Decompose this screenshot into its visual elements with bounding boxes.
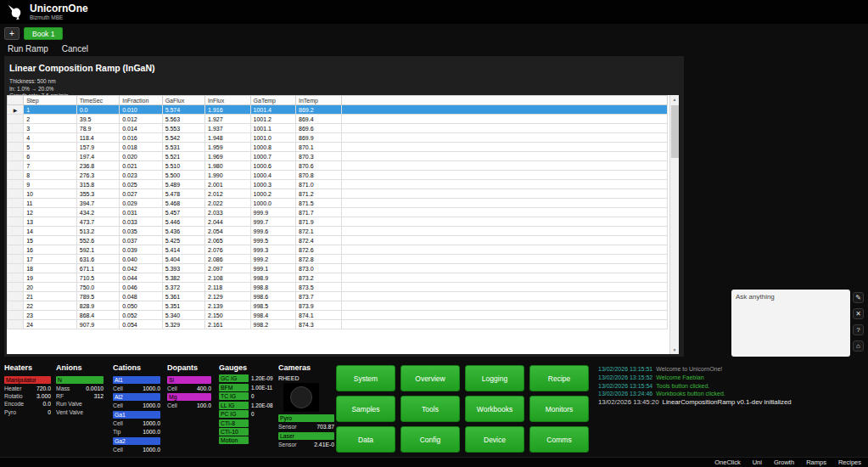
dopants-section: Dopants SiCell400.0MgCell100.0 [167,363,211,410]
nav-button-workbooks[interactable]: Workbooks [465,396,524,422]
table-row[interactable]: 22828.90.0505.3512.139998.5873.9 [8,301,668,311]
metric-row: Tip1000.0 [113,428,160,436]
table-row[interactable]: 239.50.0125.5631.9271001.2869.4 [8,115,668,124]
unicorn-logo-icon [7,3,24,20]
nav-button-comms[interactable]: Comms [529,426,589,453]
table-row[interactable]: 21789.50.0485.3612.129998.6873.7 [8,292,668,301]
cation-source-label[interactable]: Ga1 [113,411,160,419]
column-header[interactable]: GaTemp [250,96,295,105]
nav-button-data[interactable]: Data [336,426,395,453]
table-row[interactable]: 7236.80.0215.5101.9801000.6870.6 [8,161,668,171]
status-link-uni[interactable]: Uni [753,459,762,466]
column-header[interactable]: InFlux [205,96,250,105]
table-row[interactable]: 20750.00.0465.3722.118998.8873.5 [8,283,668,292]
table-row[interactable]: 12434.20.0315.4572.033999.9871.7 [8,208,668,217]
chat-input[interactable]: Ask anything [731,290,850,357]
cation-source-label[interactable]: Ga2 [113,437,160,445]
add-tab-button[interactable]: + [4,27,20,40]
table-row[interactable]: 19710.50.0445.3822.108998.9873.2 [8,273,668,283]
nav-button-monitors[interactable]: Monitors [529,396,589,422]
status-link-oneclick[interactable]: OneClick [714,459,740,466]
column-header[interactable]: Step [24,96,77,105]
column-header[interactable]: TimeSec [76,96,119,105]
ramp-table-container: StepTimeSecInFractionGaFluxInFluxGaTempI… [7,95,679,354]
table-row[interactable]: 15552.60.0375.4252.065999.5872.4 [8,236,668,245]
table-row[interactable]: 17631.60.0405.4042.086999.2872.8 [8,255,668,264]
table-row[interactable]: 378.90.0145.5531.9371001.1869.6 [8,124,668,133]
menu-cancel[interactable]: Cancel [62,44,88,53]
status-link-recipes[interactable]: Recipes [838,459,861,466]
table-row[interactable]: 6197.40.0205.5211.9691000.7870.3 [8,152,668,161]
nav-button-samples[interactable]: Samples [336,396,395,422]
status-link-growth[interactable]: Growth [774,459,794,466]
column-header[interactable]: InFraction [120,96,162,105]
nav-button-tools[interactable]: Tools [400,396,460,422]
camera-source-label[interactable]: Laser [278,432,334,440]
table-row[interactable]: 24907.90.0545.3292.161998.2874.3 [8,320,668,329]
metric-row: Mass0.0010 [56,385,104,392]
help-search-icon[interactable]: ? [853,324,864,335]
table-row[interactable]: 16592.10.0395.4142.076999.3872.6 [8,245,668,255]
nav-button-device[interactable]: Device [465,426,524,453]
cation-source-label[interactable]: Al1 [113,376,160,384]
gauge-row[interactable]: GC IG1.20E-09 [219,374,276,382]
ramp-in-range: In: 1.0% → 20.0% [9,86,684,93]
home-icon[interactable]: ⌂ [853,340,864,352]
table-row[interactable]: 23868.40.0525.3402.150998.4874.1 [8,311,668,320]
gauge-row[interactable]: PC IG0 [219,410,276,418]
tab-book-1[interactable]: Book 1 [24,27,63,40]
scrollbar-thumb[interactable] [671,105,679,158]
metric-row: RF312 [56,392,104,400]
table-row[interactable]: 18671.10.0425.3932.097999.1873.0 [8,264,668,273]
table-row[interactable]: 13473.70.0335.4462.044999.7871.9 [8,217,668,227]
table-row[interactable]: 14513.20.0355.4362.054999.6872.1 [8,227,668,236]
menu-run-ramp[interactable]: Run Ramp [8,44,48,53]
table-scrollbar[interactable]: ▲ ▼ [669,95,679,354]
ramp-table[interactable]: StepTimeSecInFractionGaFluxInFluxGaTempI… [7,95,668,329]
dopants-title: Dopants [167,363,211,374]
dopant-source-label[interactable]: Mg [167,393,211,401]
table-row[interactable]: 4118.40.0165.5421.9481001.0869.9 [8,133,668,143]
log-entry: 13/02/2026 13:15:54Tools button clicked. [598,382,865,391]
nitrogen-source-label[interactable]: N [56,376,104,384]
metric-row: Sensor2.41E-0 [278,441,334,448]
status-link-ramps[interactable]: Ramps [806,459,826,466]
close-icon[interactable]: ✕ [853,308,864,319]
cations-rows: Al1Cell1000.0Al2Cell1000.0Ga1Cell1000.0T… [113,376,160,453]
table-row[interactable]: 11394.70.0295.4682.0221000.0871.5 [8,199,668,208]
nav-button-overview[interactable]: Overview [400,365,460,391]
table-row[interactable]: 9315.80.0255.4892.0011000.3871.0 [8,180,668,189]
table-row[interactable]: 8276.30.0235.5001.9901000.4870.8 [8,171,668,180]
metric-row: Rotatio3.000 [4,392,51,400]
gauge-row[interactable]: Motion [219,436,276,444]
cation-source-label[interactable]: Al2 [113,393,160,401]
manipulator-label[interactable]: Manipulator [4,376,51,384]
edit-icon[interactable]: ✎ [853,292,864,303]
nav-button-system[interactable]: System [336,365,395,391]
cameras-title: Cameras [278,363,334,374]
nav-button-config[interactable]: Config [400,426,460,453]
dopants-rows: SiCell400.0MgCell100.0 [167,376,211,410]
anions-rows: Mass0.0010RF312Run ValveVent Valve [56,385,104,417]
scroll-up-icon[interactable]: ▲ [670,95,679,104]
gauge-row[interactable]: TC IG0 [219,392,276,400]
camera-source-label[interactable]: Pyro [278,414,334,422]
nav-button-recipe[interactable]: Recipe [529,365,589,391]
scroll-down-icon[interactable]: ▼ [670,346,679,354]
table-row[interactable]: 10355.30.0275.4782.0121000.2871.2 [8,189,668,199]
heaters-title: Heaters [4,363,51,374]
gauge-row[interactable]: BFM1.00E-11 [219,383,276,391]
gauge-row[interactable]: CTI-8 [219,419,276,426]
table-row[interactable]: 5157.90.0185.5311.9591000.8870.1 [8,143,668,152]
gauge-row[interactable]: CTI-10 [219,428,276,436]
rheed-camera-view[interactable] [283,383,319,412]
column-header[interactable]: GaFlux [162,96,204,105]
cameras-rows: PyroSensor703.87LaserSensor2.41E-0 [278,414,334,448]
table-row[interactable]: ▶10.00.0105.5741.9161001.4869.2 [8,105,668,115]
nav-button-logging[interactable]: Logging [465,365,524,391]
log-entry: 13/02/2026 13:15:51Welcome to UnicornOne… [598,365,865,374]
column-header[interactable]: InTemp [296,96,341,105]
gauge-row[interactable]: LL IG1.20E-08 [219,401,276,408]
ramp-title: Linear Composition Ramp (InGaN) [4,56,684,73]
dopant-source-label[interactable]: Si [167,376,211,384]
